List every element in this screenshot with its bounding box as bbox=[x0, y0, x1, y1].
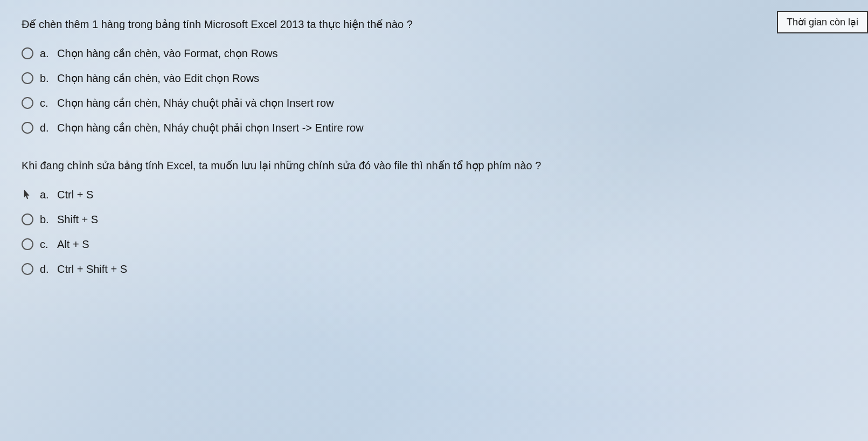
q1-option-b[interactable]: b. Chọn hàng cần chèn, vào Edit chọn Row… bbox=[22, 70, 846, 86]
q1-option-c[interactable]: c. Chọn hàng cần chèn, Nháy chuột phải v… bbox=[22, 95, 846, 111]
q2-letter-c: c. bbox=[40, 236, 51, 252]
q1-radio-d[interactable] bbox=[22, 122, 33, 134]
page-container: Thời gian còn lại Để chèn thêm 1 hàng tr… bbox=[0, 0, 868, 315]
question-2-text: Khi đang chỉnh sửa bảng tính Excel, ta m… bbox=[22, 157, 776, 174]
q1-text-d: Chọn hàng cần chèn, Nháy chuột phải chọn… bbox=[57, 120, 364, 136]
question-1-text: Để chèn thêm 1 hàng trong bảng tính Micr… bbox=[22, 16, 776, 32]
q2-radio-d[interactable] bbox=[22, 263, 33, 275]
q2-text-a: Ctrl + S bbox=[57, 187, 93, 203]
q2-letter-b: b. bbox=[40, 211, 51, 228]
q2-option-c[interactable]: c. Alt + S bbox=[22, 236, 846, 252]
q2-text-c: Alt + S bbox=[57, 236, 89, 252]
question-1-block: Để chèn thêm 1 hàng trong bảng tính Micr… bbox=[22, 16, 846, 136]
q2-radio-c[interactable] bbox=[22, 238, 33, 250]
q2-letter-a: a. bbox=[40, 187, 51, 203]
q1-option-d[interactable]: d. Chọn hàng cần chèn, Nháy chuột phải c… bbox=[22, 120, 846, 136]
q2-option-a[interactable]: a. Ctrl + S bbox=[22, 187, 846, 203]
q1-radio-b[interactable] bbox=[22, 72, 33, 84]
question-2-block: Khi đang chỉnh sửa bảng tính Excel, ta m… bbox=[22, 157, 846, 277]
q1-letter-b: b. bbox=[40, 70, 51, 86]
q1-option-a[interactable]: a. Chọn hàng cần chèn, vào Format, chọn … bbox=[22, 45, 846, 61]
q2-option-b[interactable]: b. Shift + S bbox=[22, 211, 846, 228]
q2-text-b: Shift + S bbox=[57, 211, 98, 228]
q2-option-d[interactable]: d. Ctrl + Shift + S bbox=[22, 261, 846, 277]
q1-radio-c[interactable] bbox=[22, 97, 33, 109]
q1-text-c: Chọn hàng cần chèn, Nháy chuột phải và c… bbox=[57, 95, 334, 111]
timer-label: Thời gian còn lại bbox=[787, 17, 858, 27]
q1-text-b: Chọn hàng cần chèn, vào Edit chọn Rows bbox=[57, 70, 259, 86]
q1-letter-c: c. bbox=[40, 95, 51, 111]
cursor-pointer-icon bbox=[22, 189, 33, 201]
q2-letter-d: d. bbox=[40, 261, 51, 277]
q1-text-a: Chọn hàng cần chèn, vào Format, chọn Row… bbox=[57, 45, 278, 61]
q1-radio-a[interactable] bbox=[22, 47, 33, 59]
question-2-options: a. Ctrl + S b. Shift + S c. Alt + S d. C… bbox=[22, 187, 846, 277]
q1-letter-a: a. bbox=[40, 45, 51, 61]
timer-box: Thời gian còn lại bbox=[777, 11, 868, 33]
question-1-options: a. Chọn hàng cần chèn, vào Format, chọn … bbox=[22, 45, 846, 136]
q2-text-d: Ctrl + Shift + S bbox=[57, 261, 127, 277]
q1-letter-d: d. bbox=[40, 120, 51, 136]
q2-radio-b[interactable] bbox=[22, 213, 33, 225]
